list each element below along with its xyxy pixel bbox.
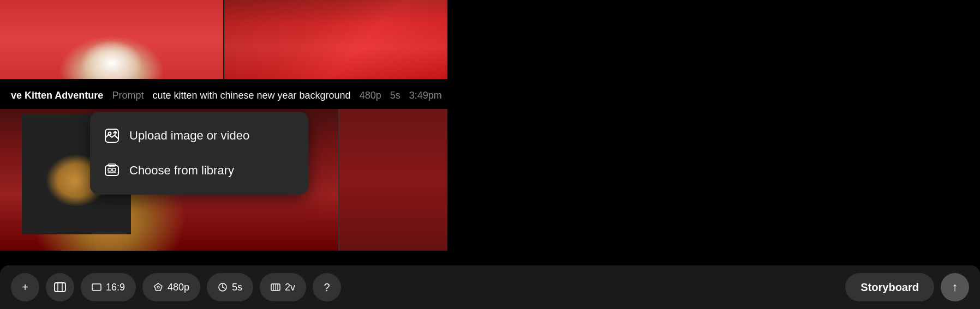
svg-point-12 — [157, 286, 159, 288]
resolution-button[interactable]: 480p — [142, 273, 200, 301]
library-label: Choose from library — [129, 163, 234, 178]
upload-image-video-item[interactable]: Upload image or video — [90, 118, 308, 153]
svg-line-15 — [223, 287, 225, 288]
choose-library-item[interactable]: Choose from library — [90, 153, 308, 188]
storyboard-icon-button[interactable] — [46, 273, 74, 301]
image-panel-1 — [0, 0, 223, 79]
prompt-label: Prompt — [112, 90, 144, 101]
svg-rect-7 — [55, 283, 65, 292]
duration-badge: 5s — [390, 90, 401, 101]
version-label: 2v — [285, 282, 295, 293]
image-panel-2 — [224, 0, 447, 79]
image-strip — [0, 0, 447, 79]
time-badge: 3:49pm — [409, 90, 442, 101]
svg-rect-5 — [112, 168, 116, 171]
aspect-ratio-label: 16:9 — [106, 282, 125, 293]
storyboard-button[interactable]: Storyboard — [845, 273, 934, 301]
library-icon — [103, 162, 121, 179]
upload-dropdown-menu: Upload image or video Choose from librar… — [90, 112, 308, 195]
help-button[interactable]: ? — [313, 273, 341, 301]
duration-button[interactable]: 5s — [207, 273, 253, 301]
resolution-label: 480p — [168, 282, 189, 293]
svg-marker-11 — [154, 283, 162, 290]
help-label: ? — [324, 281, 330, 294]
right-panel — [447, 0, 980, 265]
submit-arrow-icon: ↑ — [952, 280, 958, 294]
aspect-ratio-button[interactable]: 16:9 — [81, 273, 136, 301]
bottom-toolbar: + 16:9 480p 5s — [0, 265, 980, 309]
prompt-text: cute kitten with chinese new year backgr… — [152, 90, 350, 101]
upload-icon — [103, 127, 121, 144]
main-right-image — [338, 109, 447, 251]
add-button[interactable]: + — [11, 273, 39, 301]
resolution-badge: 480p — [360, 90, 381, 101]
submit-button[interactable]: ↑ — [941, 273, 969, 301]
svg-rect-2 — [105, 166, 118, 175]
chinese-image — [224, 0, 447, 79]
duration-label: 5s — [232, 282, 242, 293]
svg-rect-4 — [108, 168, 111, 171]
video-title: ve Kitten Adventure — [11, 90, 103, 101]
info-bar: ve Kitten Adventure Prompt cute kitten w… — [0, 82, 980, 109]
upload-label: Upload image or video — [129, 129, 249, 143]
cat-image-1 — [0, 0, 223, 79]
version-button[interactable]: 2v — [260, 273, 306, 301]
storyboard-label: Storyboard — [861, 281, 919, 294]
svg-rect-10 — [92, 284, 101, 290]
